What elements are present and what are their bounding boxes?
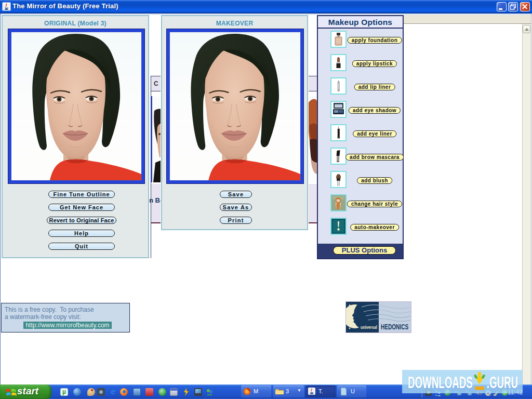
svg-text:universal: universal <box>361 325 377 330</box>
svg-text:HEDONICS: HEDONICS <box>381 323 408 331</box>
